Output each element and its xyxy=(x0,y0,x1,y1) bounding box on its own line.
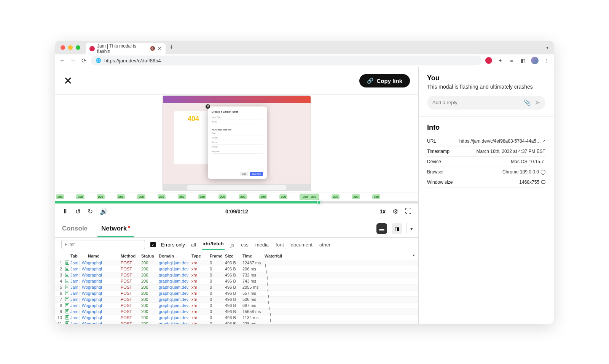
tab-close-icon[interactable]: ✕ xyxy=(158,46,162,51)
profile-avatar[interactable] xyxy=(531,57,539,64)
info-windowsize-key: Window size xyxy=(427,180,453,185)
close-icon[interactable]: ✕ xyxy=(64,75,72,87)
info-device-key: Device xyxy=(427,159,441,164)
col-name[interactable]: Name xyxy=(88,252,121,260)
back-icon[interactable]: ← xyxy=(59,57,66,64)
table-row[interactable]: 11Jam | WographqlPOST200graphql.jam.devx… xyxy=(55,321,418,324)
table-row[interactable]: 10Jam | WographqlPOST200graphql.jam.devx… xyxy=(55,315,418,321)
fullscreen-icon[interactable]: ⛶ xyxy=(405,208,411,215)
volume-icon[interactable]: 🔊 xyxy=(100,208,108,216)
browser-tab[interactable]: Jam | This modal is flashin 🔇 ✕ xyxy=(86,43,166,54)
col-tab[interactable]: Tab xyxy=(70,252,88,260)
window-maximize[interactable] xyxy=(76,45,80,50)
layout-bottom-icon[interactable]: ▬ xyxy=(376,223,387,234)
request-icon xyxy=(65,315,69,319)
info-timestamp-key: Timestamp xyxy=(427,149,450,154)
send-icon[interactable]: ➤ xyxy=(535,99,540,106)
info-url-value: https://jam.dev/c/4ef98a83-5784-44a5… xyxy=(459,138,541,144)
filter-font[interactable]: font xyxy=(275,240,285,249)
request-icon xyxy=(65,273,69,277)
external-link-icon[interactable]: ↗ xyxy=(542,139,545,143)
link-icon: 🔗 xyxy=(367,78,373,84)
filter-xhr[interactable]: xhr/fetch xyxy=(202,239,225,250)
site-info-icon[interactable]: 🌐 xyxy=(96,58,101,63)
col-waterfall[interactable]: Waterfall▾ xyxy=(265,252,418,260)
table-row[interactable]: 1Jam | WographqlPOST200graphql.jam.devxh… xyxy=(55,260,418,266)
request-icon xyxy=(65,321,69,324)
table-row[interactable]: 4Jam | WographqlPOST200graphql.jam.devxh… xyxy=(55,278,418,285)
monitor-icon: 🖵 xyxy=(541,180,545,185)
info-device-value: Mac OS 10.15.7 xyxy=(511,159,544,164)
table-row[interactable]: 8Jam | WographqlPOST200graphql.jam.devxh… xyxy=(55,303,418,309)
window-close[interactable] xyxy=(61,45,65,50)
col-status[interactable]: Status xyxy=(141,252,159,260)
tab-console[interactable]: Console xyxy=(55,220,94,237)
kebab-menu-icon[interactable]: ⋮ xyxy=(543,57,550,64)
pause-icon[interactable]: ⏸ xyxy=(62,208,69,215)
col-time[interactable]: Time xyxy=(242,252,265,260)
filter-all[interactable]: all xyxy=(190,240,197,249)
filter-document[interactable]: document xyxy=(290,240,313,249)
filter-other[interactable]: other xyxy=(319,240,332,249)
window-minimize[interactable] xyxy=(68,45,73,50)
mute-icon[interactable]: 🔇 xyxy=(150,46,155,51)
request-icon xyxy=(65,291,69,295)
copy-link-label: Copy link xyxy=(376,78,402,84)
settings-icon[interactable]: ⚙ xyxy=(392,208,398,216)
time-display: 0:09/0:12 xyxy=(225,208,248,215)
request-icon xyxy=(65,279,69,283)
info-heading: Info xyxy=(427,124,545,132)
forward-skip-icon[interactable]: ↻ xyxy=(88,208,93,216)
reading-list-icon[interactable]: ≡ xyxy=(508,57,515,64)
extensions-icon[interactable]: ✦ xyxy=(497,57,504,64)
new-tab-button[interactable]: + xyxy=(169,43,174,51)
chevron-down-icon[interactable]: ▾ xyxy=(410,226,413,232)
jam-extension-icon[interactable] xyxy=(485,57,492,64)
filter-input[interactable] xyxy=(61,240,145,249)
table-row[interactable]: 5Jam | WographqlPOST200graphql.jam.devxh… xyxy=(55,285,418,291)
forward-icon[interactable]: → xyxy=(70,57,77,64)
timeline-markers: 200 200 200 200 200 200 200 200 200 200 … xyxy=(55,192,418,201)
video-preview[interactable]: 404 ✕ Create a Linear Issue Issue Title … xyxy=(55,95,418,192)
toolbar: ← → ⟳ 🌐 https://jam.dev/c/daff86b4 ✦ ≡ ◧… xyxy=(55,54,554,67)
table-row[interactable]: 7Jam | WographqlPOST200graphql.jam.devxh… xyxy=(55,297,418,303)
tab-title: Jam | This modal is flashin xyxy=(97,43,148,54)
chrome-icon: ◯ xyxy=(540,169,545,175)
table-row[interactable]: 3Jam | WographqlPOST200graphql.jam.devxh… xyxy=(55,272,418,278)
request-icon xyxy=(65,303,69,307)
reload-icon[interactable]: ⟳ xyxy=(80,57,87,64)
network-table: Tab Name Method Status Domain Type Frame… xyxy=(55,252,418,324)
col-type[interactable]: Type xyxy=(191,252,210,260)
sort-indicator-icon: ▾ xyxy=(413,254,418,258)
col-method[interactable]: Method xyxy=(121,252,141,260)
table-row[interactable]: 2Jam | WographqlPOST200graphql.jam.devxh… xyxy=(55,266,418,272)
info-browser-key: Browser xyxy=(427,169,444,175)
info-browser-value: Chrome 109.0.0.0 xyxy=(502,169,539,175)
request-icon xyxy=(65,309,69,313)
preview-modal: ✕ Create a Linear Issue Issue Title Woah… xyxy=(208,106,267,179)
request-icon xyxy=(65,285,69,289)
info-timestamp-value: March 16th, 2022 at 4:37 PM EST xyxy=(477,149,545,154)
filter-css[interactable]: css xyxy=(240,240,249,249)
info-url-key: URL xyxy=(427,138,436,144)
side-panel-icon[interactable]: ◧ xyxy=(520,57,526,64)
filter-media[interactable]: media xyxy=(255,240,269,249)
address-bar[interactable]: 🌐 https://jam.dev/c/daff86b4 xyxy=(91,56,481,65)
col-frame[interactable]: Frame xyxy=(210,252,225,260)
copy-link-button[interactable]: 🔗 Copy link xyxy=(359,74,410,87)
col-domain[interactable]: Domain xyxy=(159,252,191,260)
request-icon xyxy=(65,297,69,301)
playback-speed[interactable]: 1x xyxy=(379,208,386,215)
reply-box[interactable]: 📎 ➤ xyxy=(427,96,545,110)
table-row[interactable]: 6Jam | WographqlPOST200graphql.jam.devxh… xyxy=(55,291,418,297)
filter-js[interactable]: js xyxy=(230,240,235,249)
errors-only-checkbox[interactable]: ✓ xyxy=(150,242,156,247)
reply-input[interactable] xyxy=(432,100,520,105)
table-row[interactable]: 9Jam | WographqlPOST200graphql.jam.devxh… xyxy=(55,309,418,315)
tabs-dropdown-icon[interactable]: ▾ xyxy=(546,45,548,50)
layout-side-icon[interactable]: ◨ xyxy=(392,223,402,234)
rewind-icon[interactable]: ↺ xyxy=(75,208,81,216)
tab-network[interactable]: Network xyxy=(94,220,137,237)
attachment-icon[interactable]: 📎 xyxy=(524,99,531,106)
col-size[interactable]: Size xyxy=(225,252,242,260)
